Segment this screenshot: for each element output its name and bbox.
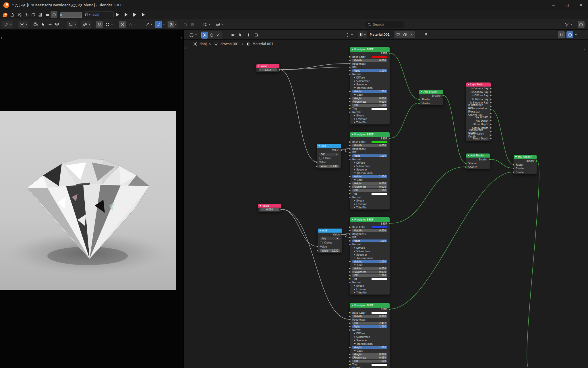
folder-icon[interactable] [44, 11, 51, 18]
transform-orientation-selector[interactable] [67, 21, 77, 28]
node-socket[interactable] [349, 56, 351, 58]
collapse-icon[interactable] [351, 134, 353, 135]
color-swatch[interactable] [371, 193, 387, 195]
node-header[interactable]: Principled BSDF [350, 303, 390, 308]
node-socket[interactable] [490, 123, 492, 125]
node-socket[interactable] [349, 226, 351, 228]
color-swatch[interactable] [371, 363, 387, 366]
panel-coat[interactable]: Coat [350, 349, 390, 352]
value-slider[interactable]: Alpha1.000 [352, 239, 387, 242]
node-socket[interactable] [341, 234, 343, 236]
clamp-checkbox[interactable]: Clamp [318, 241, 342, 245]
panel-transmission[interactable]: Transmission [350, 342, 390, 346]
record-icon[interactable] [51, 11, 57, 18]
node-socket[interactable] [349, 186, 351, 188]
operation-dropdown[interactable]: Add [318, 237, 342, 241]
node-header[interactable]: Add Shader [419, 90, 443, 94]
node-header[interactable]: Add [317, 144, 341, 148]
node-socket[interactable] [349, 101, 351, 103]
panel-transmission[interactable]: Transmission [350, 256, 390, 260]
node-socket[interactable] [465, 166, 467, 168]
node-socket[interactable] [349, 230, 351, 232]
panel-diffuse[interactable]: Diffuse [350, 332, 390, 335]
auto-normalize-icon[interactable] [155, 21, 162, 28]
node-add-shader-2[interactable]: Add ShaderShaderShaderShader [466, 153, 490, 169]
node-socket[interactable] [349, 66, 351, 68]
color-swatch[interactable] [371, 312, 387, 314]
node-socket[interactable] [349, 326, 351, 328]
value-slider[interactable]: Value-0.030 [319, 165, 339, 168]
node-socket[interactable] [490, 131, 492, 133]
breadcrumb-material[interactable]: Material.001 [253, 42, 273, 46]
clamp-checkbox[interactable]: Clamp [317, 156, 341, 160]
monkey-icon[interactable] [53, 21, 60, 28]
color-swatch[interactable] [371, 226, 387, 229]
node-socket[interactable] [389, 138, 391, 140]
node-principled-bsdf-4[interactable]: Principled BSDFBSDFBase ColorMetallic0.0… [350, 303, 390, 368]
chevron-down-icon[interactable] [163, 24, 165, 25]
node-socket[interactable] [490, 102, 492, 104]
texture-icon[interactable] [189, 21, 196, 28]
image-stack-selector[interactable] [214, 21, 225, 28]
node-socket[interactable] [349, 155, 351, 157]
value-slider[interactable]: Weight1.000 [352, 90, 387, 93]
maximize-button[interactable]: □ [560, 0, 574, 10]
node-socket[interactable] [349, 152, 351, 154]
node-socket[interactable] [465, 162, 467, 164]
node-socket[interactable] [349, 271, 351, 273]
value-slider[interactable]: Roughness0.030 [352, 100, 387, 103]
value-slider[interactable]: Alpha1.000 [352, 325, 387, 328]
node-socket[interactable] [349, 176, 351, 178]
value-slider[interactable]: Value0.030 [320, 249, 340, 252]
node-socket[interactable] [489, 158, 491, 160]
checkbox[interactable] [319, 157, 322, 160]
node-socket[interactable] [512, 171, 514, 173]
panel-coat[interactable]: Coat [350, 93, 390, 97]
node-socket[interactable] [490, 138, 492, 140]
outliner-display-selector[interactable] [201, 21, 211, 28]
node-socket[interactable] [349, 196, 351, 198]
node-socket[interactable] [512, 164, 514, 166]
node-socket[interactable] [349, 360, 351, 362]
node-socket[interactable] [349, 63, 351, 65]
node-value-2[interactable]: Value0.000 [258, 204, 281, 212]
node-socket[interactable] [349, 346, 351, 348]
frame-select-selector[interactable] [18, 21, 28, 28]
panel-specular[interactable]: Specular [350, 339, 390, 342]
breadcrumb-object[interactable]: dobj [200, 42, 207, 46]
node-socket[interactable] [536, 160, 538, 162]
playback-button-2[interactable] [125, 13, 127, 17]
fake-user-button[interactable] [394, 31, 401, 38]
copy-icon[interactable] [182, 21, 189, 28]
collapse-icon[interactable] [351, 49, 353, 50]
value-slider[interactable]: Weight1.000 [352, 346, 387, 349]
node-header[interactable]: Add [318, 229, 342, 233]
node-socket[interactable] [349, 278, 351, 280]
value-slider[interactable]: IOR1.500 [352, 104, 387, 107]
add-node-icon[interactable] [245, 31, 252, 38]
node-header[interactable]: Principled BSDF [350, 47, 390, 52]
node-socket[interactable] [389, 53, 391, 55]
material-name-field[interactable]: Material.001 [367, 31, 394, 38]
node-canvas[interactable]: › ‹ dobj > dmesh.001 > Material.001 Valu… [184, 40, 588, 368]
node-socket[interactable] [490, 134, 492, 136]
object-mode-button[interactable] [202, 32, 208, 38]
node-add-shader-1[interactable]: Add ShaderShaderShaderShader [419, 89, 443, 105]
value-slider[interactable]: Metallic0.000 [352, 315, 387, 318]
node-socket[interactable] [317, 250, 319, 252]
node-socket[interactable] [349, 240, 351, 242]
close-button[interactable]: ✕ [574, 0, 588, 10]
overlay-toggle-button[interactable] [566, 31, 573, 38]
panel-coat[interactable]: Coat [350, 263, 390, 267]
filter-selector[interactable] [563, 21, 573, 28]
camera-view-icon[interactable] [32, 21, 39, 28]
node-value-1[interactable]: Value2.417 [256, 64, 280, 72]
value-slider[interactable]: IOR1.500 [352, 189, 387, 192]
node-socket[interactable] [280, 209, 282, 211]
node-socket[interactable] [349, 148, 351, 150]
node-socket[interactable] [349, 104, 351, 106]
node-socket[interactable] [349, 353, 351, 355]
blender-menu-icon[interactable] [2, 11, 9, 18]
menu-dots-button[interactable]: ⋮ [345, 31, 350, 38]
value-slider[interactable]: Roughness0.030 [352, 185, 387, 188]
